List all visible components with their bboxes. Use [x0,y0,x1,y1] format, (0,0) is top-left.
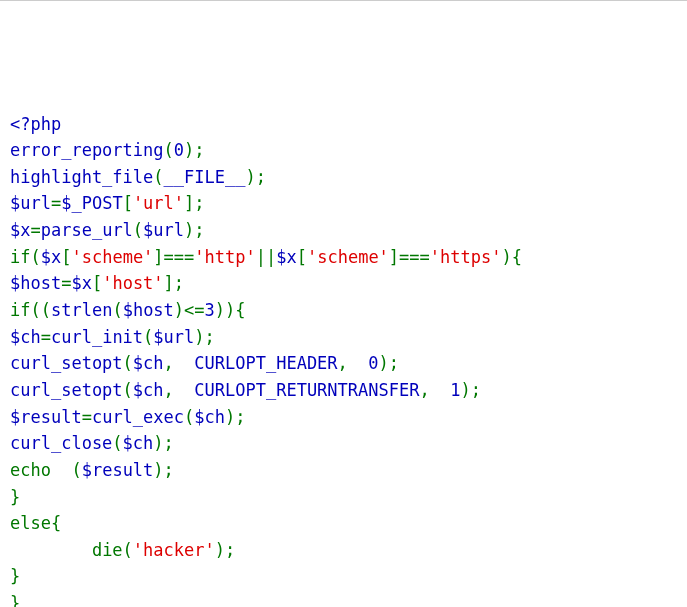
semi: ; [194,140,204,160]
three: 3 [205,300,215,320]
lbracket: [ [61,247,71,267]
paren: ) [215,540,225,560]
s-scheme: 'scheme' [307,247,389,267]
rbracket: ] [164,273,174,293]
file-const: __FILE__ [164,167,246,187]
paren: ) [460,380,470,400]
semi: ; [194,220,204,240]
semi: ; [235,407,245,427]
semi: ; [174,273,184,293]
url-var: $url [143,220,184,240]
url-var: $url [153,327,194,347]
curlopt-return: CURLOPT_RETURNTRANSFER [194,380,419,400]
rbrace: } [10,566,20,586]
paren: ( [164,140,174,160]
paren: ( [112,300,122,320]
result-var: $result [10,407,82,427]
zero: 0 [174,140,184,160]
fn-curl-close: curl_close [10,433,112,453]
x-var: $x [71,273,91,293]
rbracket: ] [184,193,194,213]
kw-echo: echo [10,460,51,480]
teq: === [164,247,195,267]
kw-if: if [10,247,30,267]
x-var: $x [10,220,30,240]
host-var: $host [10,273,61,293]
eq: = [30,220,40,240]
paren: ) [225,300,235,320]
comma: , [164,380,174,400]
paren: ) [184,140,194,160]
paren: ) [153,460,163,480]
rbracket: ] [153,247,163,267]
paren: ( [30,300,40,320]
lbracket: [ [92,273,102,293]
s-https: 'https' [430,247,502,267]
semi: ; [205,327,215,347]
comma: , [164,353,174,373]
semi: ; [256,167,266,187]
kw-if: if [10,300,30,320]
semi: ; [164,460,174,480]
s-url: 'url' [133,193,184,213]
comma: , [338,353,348,373]
paren: ) [215,300,225,320]
paren: ( [123,540,133,560]
semi: ; [194,193,204,213]
paren: ) [153,433,163,453]
s-http: 'http' [194,247,255,267]
host-var: $host [123,300,174,320]
fn-curl-init: curl_init [51,327,143,347]
paren: ) [184,220,194,240]
rbrace: } [10,593,20,607]
lbracket: [ [297,247,307,267]
paren: ( [184,407,194,427]
ch-var: $ch [123,433,154,453]
lbrace: { [512,247,522,267]
semi: ; [164,433,174,453]
semi: ; [389,353,399,373]
paren: ( [71,460,81,480]
fn-parseurl: parse_url [41,220,133,240]
php-open: <?php [10,114,61,134]
zero: 0 [368,353,378,373]
x-var: $x [276,247,296,267]
paren: ( [123,380,133,400]
fn-error-reporting: error_reporting [10,140,164,160]
fn-curl-setopt: curl_setopt [10,353,123,373]
paren: ) [194,327,204,347]
fn-curl-setopt: curl_setopt [10,380,123,400]
semi: ; [225,540,235,560]
eq: = [41,327,51,347]
kw-die: die [92,540,123,560]
paren: ( [143,327,153,347]
paren: ( [41,300,51,320]
paren: ) [379,353,389,373]
ch-var: $ch [133,353,164,373]
curlopt-header: CURLOPT_HEADER [194,353,337,373]
fn-curl-exec: curl_exec [92,407,184,427]
url-var: $url [10,193,51,213]
paren: ) [174,300,184,320]
s-hacker: 'hacker' [133,540,215,560]
eq: = [61,273,71,293]
paren: ) [245,167,255,187]
lbrace: { [51,513,61,533]
ch-var: $ch [133,380,164,400]
teq: === [399,247,430,267]
s-host: 'host' [102,273,163,293]
post-var: $_POST [61,193,122,213]
lbrace: { [235,300,245,320]
rbracket: ] [389,247,399,267]
semi: ; [471,380,481,400]
comma: , [419,380,429,400]
lte: <= [184,300,204,320]
dor: || [256,247,276,267]
eq: = [82,407,92,427]
s-scheme: 'scheme' [71,247,153,267]
paren: ( [153,167,163,187]
lbracket: [ [123,193,133,213]
x-var: $x [41,247,61,267]
paren: ) [225,407,235,427]
one: 1 [450,380,460,400]
